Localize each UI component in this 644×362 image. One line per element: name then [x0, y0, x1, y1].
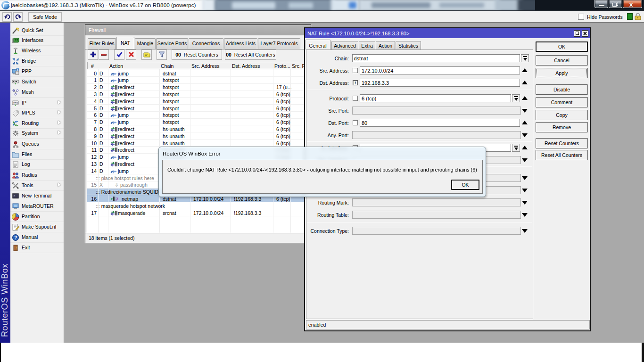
svg-text:255: 255	[13, 101, 18, 104]
svg-text:?: ?	[14, 235, 17, 240]
